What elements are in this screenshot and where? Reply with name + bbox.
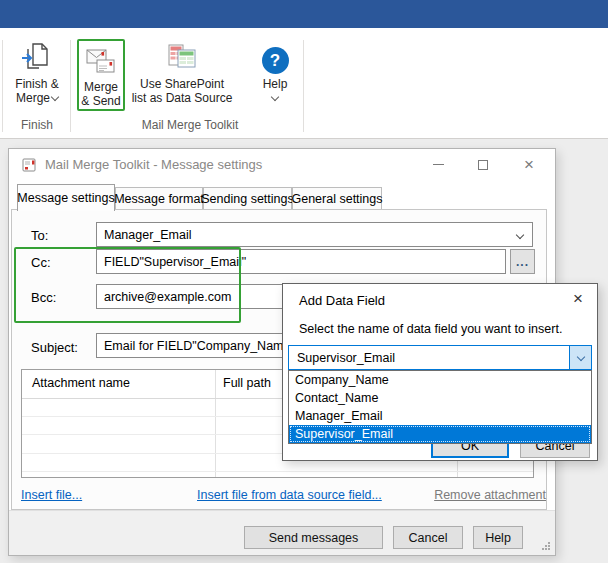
- help-button[interactable]: ? Help: [252, 38, 298, 105]
- close-icon: ×: [524, 156, 534, 173]
- minimize-icon: [433, 164, 444, 165]
- ribbon-separator: [303, 40, 304, 132]
- close-icon[interactable]: ×: [568, 289, 588, 309]
- dialog-title: Mail Merge Toolkit - Message settings: [45, 149, 262, 181]
- insert-file-link[interactable]: Insert file...: [21, 488, 82, 502]
- add-field-instruction: Select the name of data field you want t…: [299, 322, 562, 336]
- dialog-titlebar-icon: [22, 157, 38, 177]
- bcc-label: Bcc:: [31, 290, 56, 305]
- dialog-footer: Send messages Cancel Help: [9, 510, 555, 555]
- data-field-combobox-value: Supervisor_Email: [297, 351, 395, 365]
- finish-merge-label-2: Merge: [16, 91, 50, 105]
- ribbon-separator: [70, 40, 71, 132]
- close-button[interactable]: ×: [511, 149, 547, 180]
- resize-grip[interactable]: [548, 548, 550, 550]
- sharepoint-label-1: Use SharePoint: [140, 77, 224, 91]
- merge-send-button[interactable]: Merge & Send: [77, 39, 125, 111]
- sharepoint-source-button[interactable]: Use SharePoint list as Data Source: [126, 38, 238, 105]
- dropdown-option-selected[interactable]: Supervisor_Email: [289, 425, 591, 443]
- data-field-combobox[interactable]: Supervisor_Email: [288, 345, 592, 370]
- ribbon-group-finish: Finish: [6, 118, 68, 132]
- screen: Finish & Merge Merge & Send: [0, 0, 608, 563]
- attachments-column-name[interactable]: Attachment name: [32, 376, 130, 390]
- sharepoint-label-2: list as Data Source: [132, 91, 233, 105]
- merge-send-icon: [85, 41, 117, 77]
- to-label: To:: [31, 228, 48, 243]
- application-titlebar: [0, 0, 608, 28]
- subject-label: Subject:: [31, 340, 78, 355]
- to-combobox[interactable]: Manager_Email: [96, 222, 533, 247]
- chevron-down-icon: [51, 93, 59, 101]
- row-divider: [22, 471, 533, 472]
- tab-message-format[interactable]: Message format: [115, 187, 203, 209]
- ribbon-group-toolkit: Mail Merge Toolkit: [77, 118, 303, 132]
- chevron-down-icon: [516, 231, 524, 239]
- cancel-button[interactable]: Cancel: [393, 526, 463, 549]
- chevron-down-icon: [271, 93, 279, 101]
- remove-attachment-link[interactable]: Remove attachment: [434, 488, 546, 502]
- finish-merge-button[interactable]: Finish & Merge: [6, 38, 68, 105]
- help-label: Help: [263, 77, 288, 91]
- merge-send-label-1: Merge: [84, 80, 118, 94]
- dropdown-option[interactable]: Company_Name: [289, 371, 591, 389]
- data-field-dropdown-list: Company_Name Contact_Name Manager_Email …: [288, 370, 592, 444]
- help-dialog-button[interactable]: Help: [473, 526, 523, 549]
- cc-input[interactable]: FIELD"Supervisor_Email": [96, 249, 506, 274]
- ribbon-separator: [2, 40, 3, 132]
- finish-merge-label-1: Finish &: [15, 77, 58, 91]
- dropdown-option[interactable]: Contact_Name: [289, 389, 591, 407]
- send-messages-button[interactable]: Send messages: [244, 526, 383, 549]
- ribbon: Finish & Merge Merge & Send: [0, 28, 608, 139]
- tab-message-settings[interactable]: Message settings: [17, 184, 115, 211]
- add-data-field-dialog: Add Data Field × Select the name of data…: [282, 283, 598, 461]
- finish-merge-icon: [21, 38, 53, 74]
- help-icon: ?: [262, 47, 289, 74]
- combobox-dropdown-button[interactable]: [569, 346, 591, 369]
- tab-sending-settings[interactable]: Sending settings: [203, 187, 292, 209]
- column-divider: [215, 370, 216, 477]
- tab-general-settings[interactable]: General settings: [292, 187, 382, 209]
- sharepoint-table-icon: [166, 38, 198, 74]
- merge-send-label-2: & Send: [81, 94, 120, 108]
- dropdown-option[interactable]: Manager_Email: [289, 407, 591, 425]
- minimize-button[interactable]: [421, 149, 456, 180]
- attachments-column-path[interactable]: Full path: [223, 376, 271, 390]
- insert-file-from-source-link[interactable]: Insert file from data source field...: [197, 488, 382, 502]
- cc-browse-button[interactable]: ...: [510, 249, 535, 274]
- maximize-button[interactable]: [466, 149, 500, 180]
- maximize-icon: [478, 160, 488, 170]
- chevron-down-icon: [576, 352, 584, 360]
- add-field-dialog-title: Add Data Field: [299, 293, 385, 308]
- cc-label: Cc:: [31, 255, 51, 270]
